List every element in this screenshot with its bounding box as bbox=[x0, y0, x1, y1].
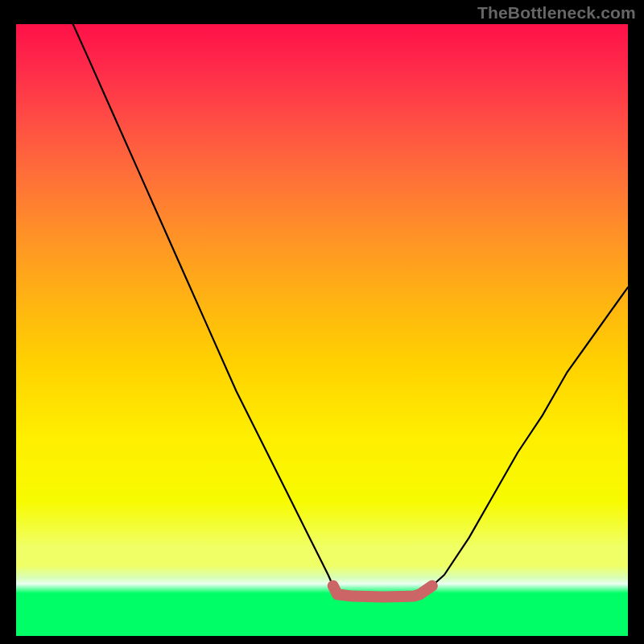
chart-frame: TheBottleneck.com bbox=[0, 0, 644, 644]
plot-area bbox=[16, 24, 628, 636]
watermark-text: TheBottleneck.com bbox=[477, 3, 636, 23]
curve-layer bbox=[16, 24, 628, 636]
optimal-band-path bbox=[333, 586, 432, 597]
bottleneck-curve-path bbox=[73, 24, 628, 597]
